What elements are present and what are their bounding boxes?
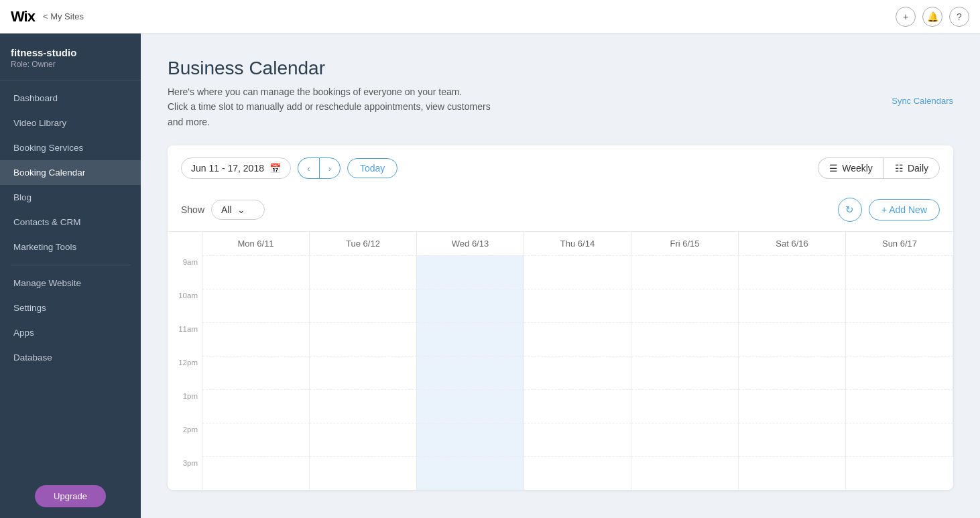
time-label-4: 1pm — [168, 389, 202, 423]
notifications-button[interactable]: 🔔 — [922, 7, 942, 27]
weekly-icon: ☰ — [829, 163, 838, 174]
time-label-0: 9am — [168, 255, 202, 289]
chevron-down-icon: ⌄ — [237, 204, 245, 215]
day-header-6: Sun 6/17 — [846, 232, 953, 255]
date-range-display[interactable]: Jun 11 - 17, 2018 📅 — [181, 157, 291, 179]
time-label-5: 2pm — [168, 423, 202, 456]
day-cell-1-0[interactable] — [202, 289, 310, 322]
date-range-text: Jun 11 - 17, 2018 — [191, 163, 264, 174]
day-cell-5-0[interactable] — [202, 423, 310, 456]
sidebar-item-settings[interactable]: Settings — [0, 296, 141, 320]
day-cell-1-1[interactable] — [310, 289, 417, 322]
sidebar-item-booking-services[interactable]: Booking Services — [0, 135, 141, 160]
day-cell-2-1[interactable] — [310, 322, 417, 356]
sidebar-item-apps[interactable]: Apps — [0, 320, 141, 345]
day-cell-0-3[interactable] — [524, 255, 631, 289]
day-cell-3-5[interactable] — [739, 356, 846, 389]
upgrade-button[interactable]: Upgrade — [35, 485, 106, 507]
day-cell-4-3[interactable] — [524, 389, 631, 423]
my-sites-link[interactable]: < My Sites — [43, 11, 84, 21]
show-bar: Show All ⌄ ↻ + Add New — [168, 191, 953, 231]
sync-calendars-link[interactable]: Sync Calendars — [892, 96, 953, 106]
day-cell-6-4[interactable] — [631, 456, 739, 490]
day-cell-3-1[interactable] — [310, 356, 417, 389]
day-cell-1-2[interactable] — [417, 289, 524, 322]
day-cell-4-0[interactable] — [202, 389, 310, 423]
site-name: fitness-studio — [11, 47, 130, 58]
day-cell-5-3[interactable] — [524, 423, 631, 456]
nav-arrows: ‹ › — [298, 157, 341, 179]
prev-week-button[interactable]: ‹ — [298, 157, 319, 179]
sidebar-item-booking-calendar[interactable]: Booking Calendar — [0, 160, 141, 185]
day-cell-6-6[interactable] — [846, 456, 953, 490]
day-cell-5-2[interactable] — [417, 423, 524, 456]
site-role: Role: Owner — [11, 60, 130, 69]
day-cell-0-6[interactable] — [846, 255, 953, 289]
day-cell-4-4[interactable] — [631, 389, 739, 423]
day-cell-1-4[interactable] — [631, 289, 739, 322]
time-label-3: 12pm — [168, 356, 202, 389]
day-cell-2-4[interactable] — [631, 322, 739, 356]
day-cell-6-0[interactable] — [202, 456, 310, 490]
daily-view-button[interactable]: ☷ Daily — [883, 157, 940, 179]
day-cell-0-5[interactable] — [739, 255, 846, 289]
day-cell-5-6[interactable] — [846, 423, 953, 456]
weekly-view-button[interactable]: ☰ Weekly — [818, 157, 883, 179]
add-new-button[interactable]: + Add New — [869, 199, 940, 220]
day-cell-3-4[interactable] — [631, 356, 739, 389]
sidebar-item-dashboard[interactable]: Dashboard — [0, 86, 141, 111]
grid-header: Mon 6/11 Tue 6/12 Wed 6/13 Thu 6/14 Fri … — [168, 231, 953, 255]
day-cell-0-1[interactable] — [310, 255, 417, 289]
day-cell-6-2[interactable] — [417, 456, 524, 490]
next-week-button[interactable]: › — [319, 157, 341, 179]
sidebar-item-video-library[interactable]: Video Library — [0, 111, 141, 135]
day-cell-2-0[interactable] — [202, 322, 310, 356]
day-cell-6-5[interactable] — [739, 456, 846, 490]
day-cell-2-6[interactable] — [846, 322, 953, 356]
calendar-icon: 📅 — [269, 163, 281, 174]
day-cell-4-6[interactable] — [846, 389, 953, 423]
day-cell-5-1[interactable] — [310, 423, 417, 456]
sidebar-item-marketing-tools[interactable]: Marketing Tools — [0, 235, 141, 259]
day-cell-0-0[interactable] — [202, 255, 310, 289]
day-header-2: Wed 6/13 — [417, 232, 524, 255]
day-header-5: Sat 6/16 — [739, 232, 846, 255]
day-cell-3-6[interactable] — [846, 356, 953, 389]
calendar-grid: Mon 6/11 Tue 6/12 Wed 6/13 Thu 6/14 Fri … — [168, 231, 953, 490]
day-cell-6-3[interactable] — [524, 456, 631, 490]
wix-logo: Wix — [11, 8, 35, 25]
day-cell-1-5[interactable] — [739, 289, 846, 322]
day-cell-1-6[interactable] — [846, 289, 953, 322]
day-cell-0-4[interactable] — [631, 255, 739, 289]
day-cell-2-3[interactable] — [524, 322, 631, 356]
show-bar-right: ↻ + Add New — [838, 198, 940, 222]
topbar-left: Wix < My Sites — [11, 8, 84, 25]
day-cell-4-5[interactable] — [739, 389, 846, 423]
sidebar: fitness-studio Role: Owner Dashboard Vid… — [0, 34, 141, 518]
sidebar-item-blog[interactable]: Blog — [0, 185, 141, 210]
day-cell-0-2[interactable] — [417, 255, 524, 289]
nav-items: Dashboard Video Library Booking Services… — [0, 80, 141, 477]
day-cell-3-2[interactable] — [417, 356, 524, 389]
sidebar-item-manage-website[interactable]: Manage Website — [0, 271, 141, 296]
day-cell-5-5[interactable] — [739, 423, 846, 456]
day-cell-4-1[interactable] — [310, 389, 417, 423]
today-button[interactable]: Today — [347, 158, 397, 178]
day-cell-2-5[interactable] — [739, 322, 846, 356]
day-cell-6-1[interactable] — [310, 456, 417, 490]
day-cell-2-2[interactable] — [417, 322, 524, 356]
show-select[interactable]: All ⌄ — [211, 200, 265, 220]
main-content: Business Calendar Here's where you can m… — [141, 34, 980, 518]
add-button[interactable]: + — [896, 7, 916, 27]
day-cell-3-0[interactable] — [202, 356, 310, 389]
sidebar-item-database[interactable]: Database — [0, 345, 141, 370]
day-cell-4-2[interactable] — [417, 389, 524, 423]
refresh-button[interactable]: ↻ — [838, 198, 862, 222]
daily-icon: ☷ — [895, 163, 904, 174]
day-cell-1-3[interactable] — [524, 289, 631, 322]
day-cell-3-3[interactable] — [524, 356, 631, 389]
help-button[interactable]: ? — [949, 7, 969, 27]
day-cell-5-4[interactable] — [631, 423, 739, 456]
page-title: Business Calendar — [168, 58, 953, 79]
sidebar-item-contacts-crm[interactable]: Contacts & CRM — [0, 210, 141, 235]
